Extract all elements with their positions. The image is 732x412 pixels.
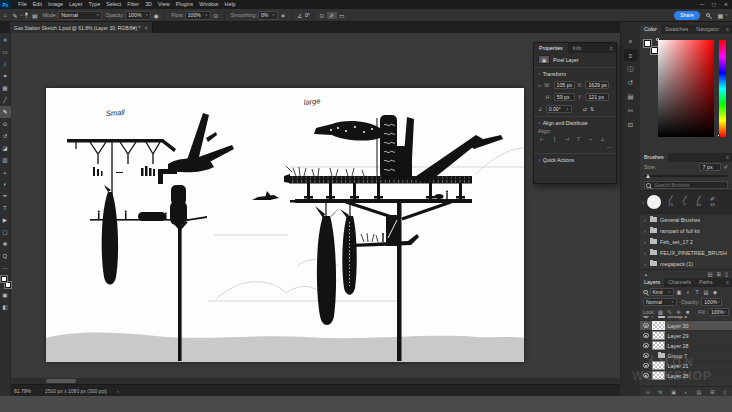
- tab-navigator[interactable]: Navigator: [692, 25, 723, 34]
- tab-info[interactable]: Info: [568, 43, 587, 53]
- lock-paint-icon[interactable]: ✎: [666, 309, 673, 315]
- filter-group-layers-icon[interactable]: ▤: [703, 289, 710, 295]
- brush-preset-icon[interactable]: ✎: [10, 12, 20, 19]
- workspace-layout-icon[interactable]: ▦: [715, 12, 725, 19]
- minimize-button[interactable]: —: [696, 0, 708, 9]
- chevron-down-icon[interactable]: ∨: [538, 121, 541, 125]
- canvas-artwork[interactable]: Small large: [46, 88, 524, 362]
- filter-type-layers-icon[interactable]: T: [694, 289, 701, 295]
- visibility-eye-icon[interactable]: [643, 316, 649, 318]
- eyedropper-tool[interactable]: ╱: [0, 94, 11, 106]
- saturation-brightness-field[interactable]: [658, 40, 714, 137]
- document-canvas[interactable]: Small large: [46, 88, 524, 362]
- export-panel-icon[interactable]: ⊡: [624, 119, 638, 131]
- x-field[interactable]: 1629 px: [585, 81, 609, 89]
- align-center-h-icon[interactable]: ∣: [550, 136, 559, 142]
- new-brush-icon[interactable]: ⊞: [717, 271, 722, 277]
- scrollbar-thumb[interactable]: [46, 379, 76, 383]
- brush-size-slider[interactable]: [644, 175, 728, 177]
- layer-thumbnail[interactable]: [652, 331, 665, 340]
- eraser-tool[interactable]: ◪: [0, 142, 11, 154]
- layer-row-layer-26[interactable]: Layer 26: [640, 371, 732, 381]
- tab-paths[interactable]: Paths: [695, 278, 717, 287]
- expander-icon[interactable]: ›: [644, 217, 647, 223]
- pressure-size-icon[interactable]: ⊙: [317, 12, 327, 19]
- visibility-eye-icon[interactable]: [643, 333, 649, 339]
- expander-icon[interactable]: ›: [644, 239, 647, 245]
- brush-angle-value[interactable]: 0°: [305, 12, 310, 18]
- menu-filter[interactable]: Filter: [124, 0, 142, 9]
- menu-select[interactable]: Select: [103, 0, 124, 9]
- hue-marker[interactable]: [717, 134, 720, 137]
- lock-transparency-icon[interactable]: ▨: [657, 309, 664, 315]
- layer-row-layer-28[interactable]: Layer 28: [640, 341, 732, 351]
- crop-tool[interactable]: ▦: [0, 82, 11, 94]
- blur-tool[interactable]: ◒: [0, 166, 11, 178]
- filter-pixel-layers-icon[interactable]: ▣: [676, 289, 683, 295]
- flip-horizontal-icon[interactable]: ⇄: [583, 106, 587, 112]
- menu-window[interactable]: Window: [196, 0, 221, 9]
- pen-tool[interactable]: ✒: [0, 190, 11, 202]
- home-icon[interactable]: ⌂: [0, 12, 10, 18]
- brush-preset[interactable]: ╱ 7: [678, 196, 691, 208]
- search-icon[interactable]: [706, 13, 711, 18]
- hand-tool[interactable]: ❖: [0, 238, 11, 250]
- panel-menu-icon[interactable]: ≡: [610, 45, 616, 51]
- zoom-tool[interactable]: Q: [0, 250, 11, 262]
- paint-symmetry-icon[interactable]: ▭: [337, 12, 347, 19]
- quick-selection-tool[interactable]: ✦: [0, 70, 11, 82]
- brush-tool[interactable]: ✎: [0, 106, 11, 118]
- tab-channels[interactable]: Channels: [664, 278, 695, 287]
- new-layer-icon[interactable]: ⊞: [710, 389, 714, 395]
- layer-thumbnail[interactable]: [652, 341, 665, 350]
- brush-folder[interactable]: › Feb_set_17 2: [640, 236, 732, 247]
- add-mask-icon[interactable]: ▣: [671, 389, 676, 395]
- clone-stamp-tool[interactable]: ⊙: [0, 118, 11, 130]
- menu-layer[interactable]: Layer: [66, 0, 86, 9]
- status-arrow-icon[interactable]: ›: [117, 388, 119, 394]
- airbrush-pressure-icon[interactable]: ⊙: [211, 12, 221, 19]
- brush-settings-icon[interactable]: ✐: [723, 164, 728, 170]
- align-left-icon[interactable]: ⊢: [538, 136, 547, 142]
- layer-thumbnail[interactable]: [652, 361, 665, 370]
- layer-row-layer-21[interactable]: Layer 21: [640, 361, 732, 371]
- menu-file[interactable]: File: [15, 0, 30, 9]
- visibility-eye-icon[interactable]: [643, 323, 649, 329]
- more-tools-icon[interactable]: ⋯: [0, 262, 11, 274]
- foreground-color-swatch[interactable]: [644, 40, 651, 47]
- brush-preset[interactable]: ✐ 45: [706, 196, 719, 208]
- search-brushes-input[interactable]: [644, 181, 728, 189]
- airbrush-icon[interactable]: ◉: [151, 12, 161, 19]
- share-button[interactable]: Share: [674, 11, 700, 20]
- brush-preset[interactable]: ╱ 40: [692, 196, 705, 208]
- brush-folder[interactable]: › megapack (1): [640, 258, 732, 269]
- align-top-icon[interactable]: ⊤: [574, 136, 583, 142]
- menu-view[interactable]: View: [155, 0, 173, 9]
- layer-row-group-7[interactable]: › Group 7: [640, 351, 732, 361]
- menu-edit[interactable]: Edit: [30, 0, 45, 9]
- align-right-icon[interactable]: ⊣: [562, 136, 571, 142]
- delete-brush-icon[interactable]: ▯: [725, 271, 728, 277]
- visibility-eye-icon[interactable]: [643, 343, 649, 349]
- layer-thumbnail[interactable]: [652, 371, 665, 380]
- expand-panels-icon[interactable]: »: [624, 35, 638, 47]
- brush-preview[interactable]: ● 7: [25, 11, 28, 19]
- layer-opacity-field[interactable]: 100% ∨: [701, 298, 722, 306]
- panel-menu-icon[interactable]: ≡: [726, 25, 732, 34]
- layer-fill-field[interactable]: 100% ∨: [708, 308, 729, 316]
- link-layers-icon[interactable]: ∞: [646, 389, 650, 395]
- visibility-eye-icon[interactable]: [643, 363, 649, 369]
- soft-round-brush-preview[interactable]: [647, 195, 661, 209]
- expander-icon[interactable]: ›: [644, 250, 647, 256]
- panel-menu-icon[interactable]: ≡: [726, 278, 732, 287]
- expander-icon[interactable]: ›: [652, 353, 655, 359]
- tab-layers[interactable]: Layers: [640, 278, 664, 287]
- lock-all-icon[interactable]: ■: [684, 309, 691, 315]
- menu-plugins[interactable]: Plugins: [173, 0, 197, 9]
- chevron-down-icon[interactable]: ∨: [538, 158, 541, 162]
- color-swatches[interactable]: [0, 276, 11, 289]
- brush-folder[interactable]: › rampart of full kit: [640, 225, 732, 236]
- filter-adjustment-layers-icon[interactable]: ◐: [685, 289, 692, 295]
- brush-folder[interactable]: › General Brushes: [640, 214, 732, 225]
- info-panel-icon[interactable]: ⓘ: [624, 63, 638, 75]
